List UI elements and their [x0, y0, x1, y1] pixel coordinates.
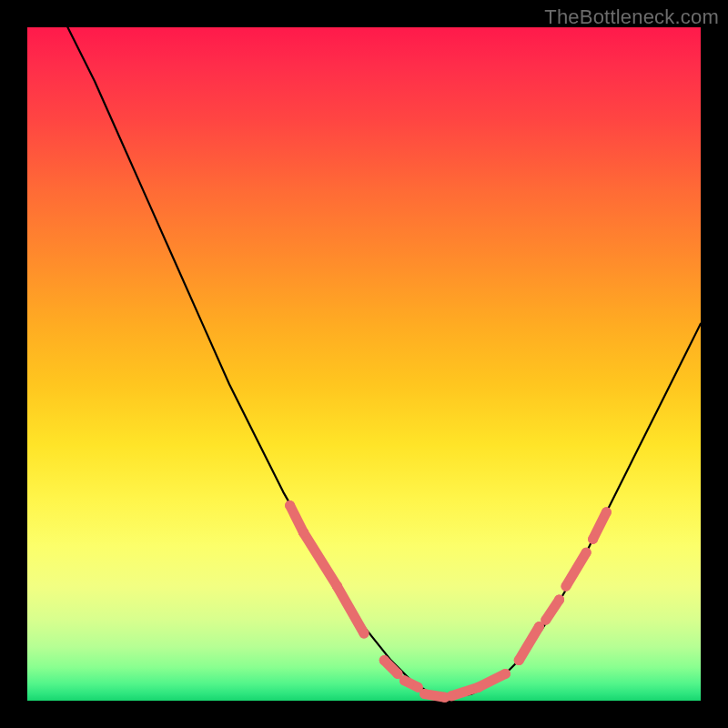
left-cluster-2-dot [298, 528, 308, 538]
right-cluster-1-dot [500, 669, 511, 679]
right-outlier-dot [588, 534, 598, 544]
chart-frame: TheBottleneck.com [0, 0, 728, 728]
marker-group [285, 500, 612, 703]
right-cluster-3-dot [554, 595, 564, 605]
right-cluster-2 [519, 627, 539, 661]
left-cluster-3-dot [359, 629, 369, 639]
curve-svg [27, 27, 701, 701]
valley-3-dot [420, 689, 430, 699]
left-cluster-2 [303, 532, 337, 586]
right-cluster-1-dot [473, 682, 483, 693]
valley-4-dot [447, 691, 457, 701]
right-cluster-4 [566, 552, 586, 586]
watermark-text: TheBottleneck.com [544, 5, 719, 29]
valley-1-dot [379, 655, 389, 665]
valley-2-dot [399, 675, 410, 685]
left-cluster-3 [337, 586, 364, 633]
bottleneck-curve [67, 27, 701, 697]
right-cluster-4-dot [581, 548, 592, 558]
right-cluster-3-dot [541, 615, 551, 625]
left-cluster-1-dot [285, 500, 295, 511]
right-cluster-4-dot [561, 581, 571, 592]
right-outlier-dot [602, 507, 612, 517]
left-cluster-3-dot [332, 581, 342, 592]
plot-area [27, 27, 701, 701]
right-cluster-2-dot [514, 655, 524, 665]
